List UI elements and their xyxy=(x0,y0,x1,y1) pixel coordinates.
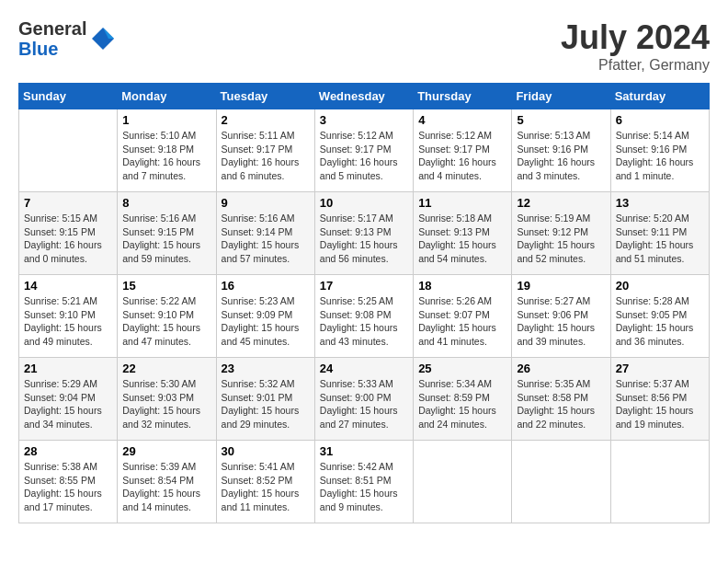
calendar-cell: 24Sunrise: 5:33 AM Sunset: 9:00 PM Dayli… xyxy=(314,358,413,441)
page-header: General Blue July 2024 Pfatter, Germany xyxy=(18,18,710,74)
calendar-cell: 11Sunrise: 5:18 AM Sunset: 9:13 PM Dayli… xyxy=(414,192,512,275)
day-info: Sunrise: 5:27 AM Sunset: 9:06 PM Dayligh… xyxy=(517,294,605,349)
col-tuesday: Tuesday xyxy=(216,84,314,109)
calendar-header-row: Sunday Monday Tuesday Wednesday Thursday… xyxy=(19,84,710,109)
title-block: July 2024 Pfatter, Germany xyxy=(561,18,710,74)
day-info: Sunrise: 5:15 AM Sunset: 9:15 PM Dayligh… xyxy=(24,212,112,266)
calendar-cell xyxy=(512,441,610,523)
col-thursday: Thursday xyxy=(414,84,512,109)
logo-icon xyxy=(90,26,116,52)
day-number: 2 xyxy=(222,113,310,127)
day-number: 17 xyxy=(320,279,408,293)
day-number: 27 xyxy=(616,362,704,375)
location-subtitle: Pfatter, Germany xyxy=(561,57,710,74)
day-info: Sunrise: 5:28 AM Sunset: 9:05 PM Dayligh… xyxy=(616,294,704,349)
calendar-cell: 14Sunrise: 5:21 AM Sunset: 9:10 PM Dayli… xyxy=(19,275,118,358)
day-number: 18 xyxy=(418,279,506,293)
day-number: 15 xyxy=(122,279,210,293)
calendar-cell: 1Sunrise: 5:10 AM Sunset: 9:18 PM Daylig… xyxy=(118,109,216,192)
day-number: 7 xyxy=(24,196,112,210)
calendar-cell: 10Sunrise: 5:17 AM Sunset: 9:13 PM Dayli… xyxy=(314,192,413,275)
day-info: Sunrise: 5:39 AM Sunset: 8:54 PM Dayligh… xyxy=(122,460,210,514)
day-info: Sunrise: 5:20 AM Sunset: 9:11 PM Dayligh… xyxy=(616,212,704,266)
calendar-cell: 31Sunrise: 5:42 AM Sunset: 8:51 PM Dayli… xyxy=(314,441,413,523)
calendar-cell: 28Sunrise: 5:38 AM Sunset: 8:55 PM Dayli… xyxy=(19,441,118,523)
calendar-cell: 23Sunrise: 5:32 AM Sunset: 9:01 PM Dayli… xyxy=(216,358,314,441)
day-info: Sunrise: 5:42 AM Sunset: 8:51 PM Dayligh… xyxy=(320,460,408,514)
day-number: 31 xyxy=(320,444,408,458)
day-info: Sunrise: 5:30 AM Sunset: 9:03 PM Dayligh… xyxy=(122,377,210,431)
calendar-cell: 5Sunrise: 5:13 AM Sunset: 9:16 PM Daylig… xyxy=(512,109,610,192)
calendar-cell: 7Sunrise: 5:15 AM Sunset: 9:15 PM Daylig… xyxy=(19,192,118,275)
day-number: 26 xyxy=(517,362,605,375)
day-number: 6 xyxy=(616,113,704,127)
day-info: Sunrise: 5:26 AM Sunset: 9:07 PM Dayligh… xyxy=(418,294,506,349)
day-info: Sunrise: 5:35 AM Sunset: 8:58 PM Dayligh… xyxy=(517,377,605,431)
day-info: Sunrise: 5:12 AM Sunset: 9:17 PM Dayligh… xyxy=(418,129,506,183)
calendar-cell xyxy=(610,441,709,523)
day-info: Sunrise: 5:25 AM Sunset: 9:08 PM Dayligh… xyxy=(320,294,408,349)
logo-blue-text: Blue xyxy=(18,39,86,59)
calendar-cell: 21Sunrise: 5:29 AM Sunset: 9:04 PM Dayli… xyxy=(19,358,118,441)
month-year-title: July 2024 xyxy=(561,18,710,57)
day-number: 20 xyxy=(616,279,704,293)
day-info: Sunrise: 5:21 AM Sunset: 9:10 PM Dayligh… xyxy=(24,294,112,349)
day-number: 5 xyxy=(517,113,605,127)
calendar-cell: 27Sunrise: 5:37 AM Sunset: 8:56 PM Dayli… xyxy=(610,358,709,441)
calendar-cell: 3Sunrise: 5:12 AM Sunset: 9:17 PM Daylig… xyxy=(314,109,413,192)
logo: General Blue xyxy=(18,18,116,59)
calendar-cell: 26Sunrise: 5:35 AM Sunset: 8:58 PM Dayli… xyxy=(512,358,610,441)
col-saturday: Saturday xyxy=(610,84,709,109)
day-info: Sunrise: 5:17 AM Sunset: 9:13 PM Dayligh… xyxy=(320,212,408,266)
calendar-cell: 4Sunrise: 5:12 AM Sunset: 9:17 PM Daylig… xyxy=(414,109,512,192)
day-info: Sunrise: 5:41 AM Sunset: 8:52 PM Dayligh… xyxy=(222,460,310,514)
calendar-cell: 13Sunrise: 5:20 AM Sunset: 9:11 PM Dayli… xyxy=(610,192,709,275)
calendar-cell: 29Sunrise: 5:39 AM Sunset: 8:54 PM Dayli… xyxy=(118,441,216,523)
day-info: Sunrise: 5:18 AM Sunset: 9:13 PM Dayligh… xyxy=(418,212,506,266)
day-info: Sunrise: 5:11 AM Sunset: 9:17 PM Dayligh… xyxy=(222,129,310,183)
col-sunday: Sunday xyxy=(19,84,118,109)
calendar-cell: 9Sunrise: 5:16 AM Sunset: 9:14 PM Daylig… xyxy=(216,192,314,275)
day-info: Sunrise: 5:19 AM Sunset: 9:12 PM Dayligh… xyxy=(517,212,605,266)
day-info: Sunrise: 5:38 AM Sunset: 8:55 PM Dayligh… xyxy=(24,460,112,514)
day-number: 22 xyxy=(122,362,210,375)
calendar-week-row: 21Sunrise: 5:29 AM Sunset: 9:04 PM Dayli… xyxy=(19,358,710,441)
day-number: 11 xyxy=(418,196,506,210)
day-number: 1 xyxy=(122,113,210,127)
day-number: 30 xyxy=(222,444,310,458)
col-monday: Monday xyxy=(118,84,216,109)
day-info: Sunrise: 5:13 AM Sunset: 9:16 PM Dayligh… xyxy=(517,129,605,183)
calendar-table: Sunday Monday Tuesday Wednesday Thursday… xyxy=(18,83,710,523)
calendar-cell: 6Sunrise: 5:14 AM Sunset: 9:16 PM Daylig… xyxy=(610,109,709,192)
calendar-cell: 19Sunrise: 5:27 AM Sunset: 9:06 PM Dayli… xyxy=(512,275,610,358)
day-info: Sunrise: 5:12 AM Sunset: 9:17 PM Dayligh… xyxy=(320,129,408,183)
day-number: 25 xyxy=(418,362,506,375)
day-info: Sunrise: 5:29 AM Sunset: 9:04 PM Dayligh… xyxy=(24,377,112,431)
day-number: 13 xyxy=(616,196,704,210)
day-info: Sunrise: 5:22 AM Sunset: 9:10 PM Dayligh… xyxy=(122,294,210,349)
day-info: Sunrise: 5:32 AM Sunset: 9:01 PM Dayligh… xyxy=(222,377,310,431)
day-number: 3 xyxy=(320,113,408,127)
calendar-cell: 30Sunrise: 5:41 AM Sunset: 8:52 PM Dayli… xyxy=(216,441,314,523)
day-info: Sunrise: 5:23 AM Sunset: 9:09 PM Dayligh… xyxy=(222,294,310,349)
col-friday: Friday xyxy=(512,84,610,109)
calendar-cell: 2Sunrise: 5:11 AM Sunset: 9:17 PM Daylig… xyxy=(216,109,314,192)
calendar-cell: 15Sunrise: 5:22 AM Sunset: 9:10 PM Dayli… xyxy=(118,275,216,358)
col-wednesday: Wednesday xyxy=(314,84,413,109)
day-number: 21 xyxy=(24,362,112,375)
calendar-cell xyxy=(414,441,512,523)
day-info: Sunrise: 5:33 AM Sunset: 9:00 PM Dayligh… xyxy=(320,377,408,431)
day-number: 19 xyxy=(517,279,605,293)
day-number: 14 xyxy=(24,279,112,293)
day-number: 10 xyxy=(320,196,408,210)
day-number: 23 xyxy=(222,362,310,375)
calendar-cell xyxy=(19,109,118,192)
day-number: 24 xyxy=(320,362,408,375)
day-info: Sunrise: 5:16 AM Sunset: 9:14 PM Dayligh… xyxy=(222,212,310,266)
day-number: 28 xyxy=(24,444,112,458)
calendar-cell: 16Sunrise: 5:23 AM Sunset: 9:09 PM Dayli… xyxy=(216,275,314,358)
calendar-week-row: 28Sunrise: 5:38 AM Sunset: 8:55 PM Dayli… xyxy=(19,441,710,523)
calendar-cell: 12Sunrise: 5:19 AM Sunset: 9:12 PM Dayli… xyxy=(512,192,610,275)
calendar-cell: 25Sunrise: 5:34 AM Sunset: 8:59 PM Dayli… xyxy=(414,358,512,441)
calendar-cell: 17Sunrise: 5:25 AM Sunset: 9:08 PM Dayli… xyxy=(314,275,413,358)
